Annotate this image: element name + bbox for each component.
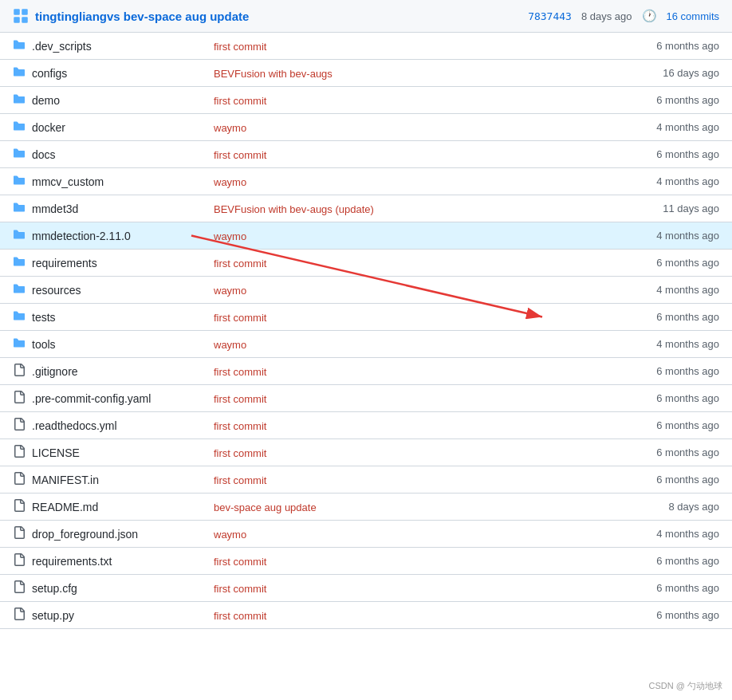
- file-icon: [13, 608, 26, 623]
- commit-message-link[interactable]: first commit: [214, 420, 266, 432]
- commits-link[interactable]: 16 commits: [667, 10, 719, 22]
- commit-message-link[interactable]: first commit: [214, 41, 266, 53]
- commit-hash[interactable]: 7837443: [528, 10, 572, 22]
- folder-icon: [13, 174, 26, 189]
- file-name-link[interactable]: resources: [32, 284, 81, 297]
- file-name-link[interactable]: docker: [32, 121, 65, 134]
- file-icon: [13, 580, 26, 596]
- file-name-cell: demo: [0, 87, 201, 114]
- commit-time-cell: 6 months ago: [628, 548, 732, 575]
- history-icon: 🕐: [642, 9, 657, 23]
- repo-meta: 7837443 8 days ago 🕐 16 commits: [528, 9, 719, 23]
- commit-message-link[interactable]: waymo: [214, 285, 246, 297]
- commit-message-link[interactable]: first commit: [214, 583, 266, 595]
- commit-message-link[interactable]: waymo: [214, 122, 246, 134]
- commit-message-link[interactable]: first commit: [214, 556, 266, 568]
- commit-message-link[interactable]: first commit: [214, 393, 266, 405]
- file-name-link[interactable]: setup.cfg: [32, 582, 77, 595]
- file-name-link[interactable]: configs: [32, 67, 67, 80]
- file-name-cell: tools: [0, 331, 201, 358]
- file-name-link[interactable]: LICENSE: [32, 446, 80, 459]
- table-row: resourceswaymo4 months ago: [0, 277, 732, 304]
- file-name-cell: .dev_scripts: [0, 33, 201, 60]
- svg-rect-1: [22, 9, 28, 15]
- file-icon: [13, 418, 26, 433]
- file-name-link[interactable]: .dev_scripts: [32, 40, 92, 53]
- file-name-cell: .gitignore: [0, 358, 201, 385]
- commit-message-link[interactable]: BEVFusion with bev-augs (update): [214, 203, 374, 215]
- file-name-link[interactable]: drop_foreground.json: [32, 528, 138, 541]
- folder-icon: [13, 282, 26, 297]
- file-name-cell: setup.cfg: [0, 575, 201, 602]
- file-name-link[interactable]: mmcv_custom: [32, 175, 104, 188]
- file-name-link[interactable]: .pre-commit-config.yaml: [32, 392, 151, 405]
- file-name-link[interactable]: tests: [32, 311, 56, 324]
- commit-message-link[interactable]: bev-space aug update: [214, 501, 317, 513]
- file-name-link[interactable]: MANIFEST.in: [32, 474, 99, 486]
- file-name-cell: requirements.txt: [0, 548, 201, 575]
- commit-message-link[interactable]: waymo: [214, 529, 246, 541]
- file-name-link[interactable]: docs: [32, 148, 56, 161]
- commit-message-cell: BEVFusion with bev-augs (update): [201, 195, 628, 222]
- time-ago: 8 days ago: [581, 10, 632, 22]
- file-name-link[interactable]: demo: [32, 94, 60, 107]
- table-row: drop_foreground.jsonwaymo4 months ago: [0, 521, 732, 548]
- file-name-link[interactable]: requirements: [32, 257, 97, 269]
- file-name-link[interactable]: requirements.txt: [32, 555, 112, 568]
- file-name-link[interactable]: setup.py: [32, 609, 74, 622]
- folder-icon: [13, 255, 26, 270]
- commit-message-link[interactable]: waymo: [214, 230, 246, 242]
- file-name-cell: configs: [0, 60, 201, 87]
- file-icon: [13, 445, 26, 460]
- file-name-cell: mmdetection-2.11.0: [0, 222, 201, 250]
- commit-message-cell: BEVFusion with bev-augs: [201, 60, 628, 87]
- commit-time-cell: 6 months ago: [628, 602, 732, 629]
- file-name-cell: MANIFEST.in: [0, 466, 201, 494]
- commit-message-cell: waymo: [201, 114, 628, 141]
- commit-time-cell: 6 months ago: [628, 358, 732, 385]
- commit-time-cell: 4 months ago: [628, 331, 732, 358]
- commit-time-cell: 6 months ago: [628, 412, 732, 439]
- commit-message-link[interactable]: first commit: [214, 610, 266, 622]
- file-name-cell: README.md: [0, 494, 201, 521]
- file-name-link[interactable]: README.md: [32, 501, 98, 513]
- commit-message-link[interactable]: first commit: [214, 258, 266, 269]
- repo-title[interactable]: tingtingliangvs bev-space aug update: [35, 10, 521, 23]
- file-name-cell: tests: [0, 304, 201, 331]
- commit-message-link[interactable]: waymo: [214, 176, 246, 188]
- commit-time-cell: 4 months ago: [628, 521, 732, 548]
- commit-message-cell: first commit: [201, 385, 628, 412]
- svg-rect-0: [14, 9, 20, 15]
- commit-message-link[interactable]: first commit: [214, 95, 266, 107]
- commit-time-cell: 16 days ago: [628, 60, 732, 87]
- commit-message-link[interactable]: first commit: [214, 366, 266, 378]
- folder-icon: [13, 147, 26, 162]
- folder-icon: [13, 228, 26, 243]
- commit-time-cell: 6 months ago: [628, 466, 732, 494]
- commit-message-cell: first commit: [201, 358, 628, 385]
- folder-icon: [13, 92, 26, 108]
- table-row: .gitignorefirst commit6 months ago: [0, 358, 732, 385]
- commit-message-cell: waymo: [201, 168, 628, 195]
- table-row: setup.cfgfirst commit6 months ago: [0, 575, 732, 602]
- table-row: MANIFEST.infirst commit6 months ago: [0, 466, 732, 494]
- file-name-link[interactable]: mmdet3d: [32, 203, 78, 215]
- commit-message-link[interactable]: first commit: [214, 149, 266, 161]
- commit-message-link[interactable]: waymo: [214, 339, 246, 351]
- commit-message-link[interactable]: first commit: [214, 312, 266, 324]
- commit-message-link[interactable]: BEVFusion with bev-augs: [214, 68, 333, 80]
- commit-message-link[interactable]: first commit: [214, 447, 266, 459]
- file-icon: [13, 391, 26, 406]
- file-name-link[interactable]: .gitignore: [32, 365, 78, 378]
- commit-message-cell: first commit: [201, 548, 628, 575]
- file-name-link[interactable]: mmdetection-2.11.0: [32, 230, 131, 242]
- commit-time-cell: 6 months ago: [628, 33, 732, 60]
- file-name-link[interactable]: tools: [32, 338, 56, 351]
- commit-message-cell: first commit: [201, 602, 628, 629]
- commit-message-cell: waymo: [201, 331, 628, 358]
- commit-message-link[interactable]: first commit: [214, 474, 266, 486]
- commit-time-cell: 8 days ago: [628, 494, 732, 521]
- file-name-link[interactable]: .readthedocs.yml: [32, 419, 117, 432]
- table-row: mmcv_customwaymo4 months ago: [0, 168, 732, 195]
- file-icon: [13, 472, 26, 487]
